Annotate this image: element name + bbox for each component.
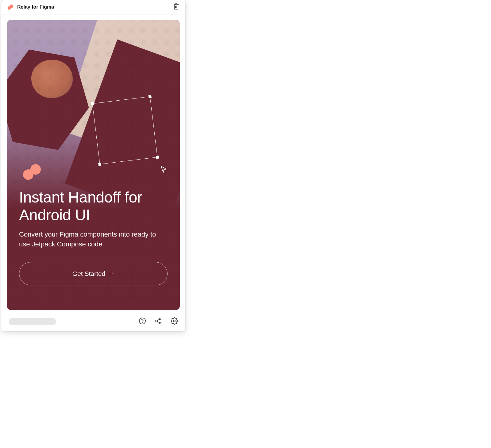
svg-point-6 <box>159 318 161 320</box>
selection-frame <box>92 96 158 164</box>
svg-point-8 <box>159 322 161 324</box>
svg-point-1 <box>10 5 14 8</box>
relay-mark-icon <box>22 164 44 180</box>
cursor-icon <box>160 165 168 175</box>
svg-point-3 <box>30 164 41 175</box>
hero-card: Instant Handoff for Android UI Convert y… <box>7 20 180 310</box>
share-icon[interactable] <box>155 317 162 326</box>
help-circle-icon[interactable] <box>139 317 146 326</box>
plugin-title: Relay for Figma <box>17 4 54 10</box>
hero-title: Instant Handoff for Android UI <box>19 189 168 224</box>
hero-text-block: Instant Handoff for Android UI Convert y… <box>19 189 168 285</box>
footer-bar <box>1 315 185 331</box>
footer-icons <box>139 317 178 326</box>
svg-point-7 <box>156 320 157 322</box>
footer-placeholder <box>9 318 56 325</box>
arrow-right-icon: → <box>108 270 114 277</box>
plugin-window: Relay for Figma <box>1 0 185 331</box>
cta-label: Get Started <box>72 270 105 277</box>
relay-logo-icon <box>7 4 14 10</box>
hero-subtitle: Convert your Figma components into ready… <box>19 230 157 249</box>
trash-icon[interactable] <box>173 3 179 11</box>
svg-point-9 <box>173 320 175 322</box>
header-bar: Relay for Figma <box>1 0 185 14</box>
header-left: Relay for Figma <box>7 4 54 10</box>
get-started-button[interactable]: Get Started → <box>19 262 168 285</box>
settings-gear-icon[interactable] <box>171 317 178 326</box>
svg-point-5 <box>142 322 143 323</box>
